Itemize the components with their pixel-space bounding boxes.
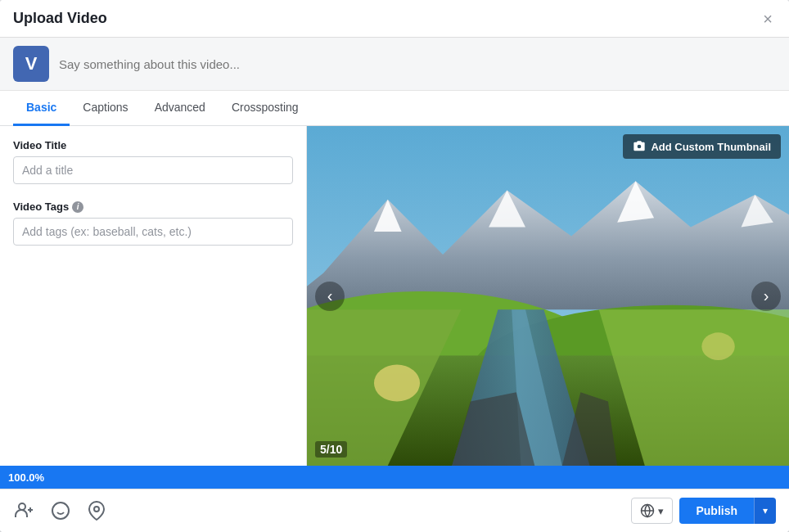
location-button[interactable] [85,499,108,522]
footer-icons [13,499,108,522]
status-bar: V [0,38,789,91]
upload-video-modal: Upload Video × V Basic Captions Advanced… [0,0,789,532]
svg-point-15 [374,365,420,402]
video-tags-input[interactable] [13,218,293,246]
emoji-button[interactable] [49,499,72,522]
tag-people-button[interactable] [13,499,36,522]
svg-point-23 [94,507,99,512]
modal-header: Upload Video × [0,0,789,38]
globe-icon [640,503,655,518]
status-input[interactable] [59,57,776,71]
video-title-input[interactable] [13,156,293,184]
close-button[interactable]: × [760,11,776,27]
progress-text: 100.0% [8,471,44,484]
avatar: V [13,46,49,82]
emoji-icon [51,501,70,521]
video-scene [307,126,789,466]
publish-dropdown-arrow: ▾ [763,505,768,516]
tag-people-icon [15,501,34,521]
publish-group: Publish ▾ [679,498,776,524]
video-background [307,126,789,466]
tabs-container: Basic Captions Advanced Crossposting [0,91,789,126]
audience-arrow: ▾ [658,505,664,517]
publish-button[interactable]: Publish [679,498,754,524]
tab-advanced[interactable]: Advanced [142,91,219,126]
svg-point-17 [19,503,25,510]
add-custom-thumbnail-button[interactable]: Add Custom Thumbnail [623,134,781,159]
tab-crossposting[interactable]: Crossposting [219,91,312,126]
content-area: Video Title Video Tags i [0,126,789,466]
tab-basic[interactable]: Basic [13,91,70,126]
svg-point-20 [52,503,69,519]
left-panel: Video Title Video Tags i [0,126,307,466]
footer-right: ▾ Publish ▾ [631,498,776,524]
svg-point-16 [701,332,734,360]
audience-selector-button[interactable]: ▾ [631,498,673,524]
modal-footer: ▾ Publish ▾ [0,489,789,532]
slide-counter: 5/10 [315,441,347,458]
nav-left-button[interactable]: ‹ [315,282,345,311]
nav-right-button[interactable]: › [751,282,781,311]
progress-bar-fill: 100.0% [0,466,789,489]
video-tags-info-icon[interactable]: i [72,201,83,213]
modal-title: Upload Video [13,10,107,27]
tab-captions[interactable]: Captions [70,91,141,126]
progress-bar-container: 100.0% [0,466,789,489]
camera-icon [633,140,646,153]
video-title-label: Video Title [13,139,293,151]
video-tags-label: Video Tags i [13,201,293,213]
publish-dropdown-button[interactable]: ▾ [754,498,776,524]
video-panel: Add Custom Thumbnail ‹ › 5/10 [307,126,789,466]
location-icon [87,501,106,521]
